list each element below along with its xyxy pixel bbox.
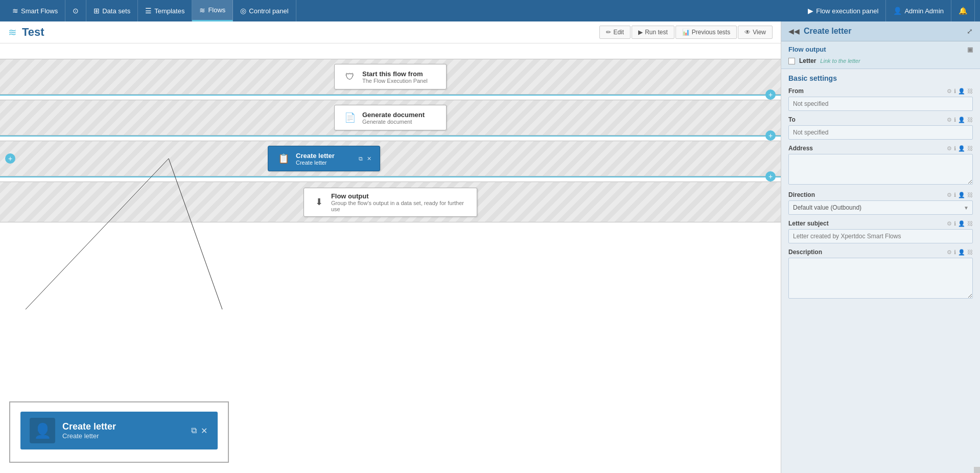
from-user-icon[interactable]: 👤 bbox=[958, 88, 965, 95]
create-letter-icon: 📋 bbox=[275, 150, 292, 167]
output-subtitle: Group the flow's output in a data set, r… bbox=[331, 200, 470, 212]
desc-chain-icon[interactable]: ⛓ bbox=[967, 249, 973, 256]
letter-checkbox[interactable] bbox=[788, 58, 795, 64]
flow-step-generate: 📄 Generate document Generate document bbox=[0, 100, 781, 136]
preview-copy-button[interactable]: ⧉ bbox=[190, 425, 198, 436]
from-chain-icon[interactable]: ⛓ bbox=[967, 88, 973, 95]
direction-select[interactable]: Default value (Outbound) Inbound Outboun… bbox=[788, 200, 973, 215]
to-input[interactable] bbox=[788, 125, 973, 140]
basic-settings-title: Basic settings bbox=[788, 74, 973, 82]
generate-icon: 📄 bbox=[342, 109, 358, 126]
address-field-icons: ⚙ ℹ 👤 ⛓ bbox=[947, 145, 973, 152]
edit-button[interactable]: ✏ Edit bbox=[599, 26, 631, 39]
create-letter-title: Create letter bbox=[296, 152, 335, 160]
nav-history[interactable]: ⊙ bbox=[65, 0, 86, 21]
from-input[interactable] bbox=[788, 97, 973, 111]
history-icon: ⊙ bbox=[73, 7, 79, 15]
nav-datasets[interactable]: ⊞ Data sets bbox=[86, 0, 138, 21]
view-button[interactable]: 👁 View bbox=[738, 26, 773, 39]
preview-node-icon: 👤 bbox=[30, 418, 55, 443]
to-user-icon[interactable]: 👤 bbox=[958, 117, 965, 123]
start-node[interactable]: 🛡 Start this flow from The Flow Executio… bbox=[334, 64, 447, 89]
panel-expand-button[interactable]: ⤢ bbox=[967, 27, 973, 35]
from-settings-icon[interactable]: ⚙ bbox=[947, 88, 952, 95]
subject-info-icon[interactable]: ℹ bbox=[954, 220, 956, 227]
preview-close-button[interactable]: ✕ bbox=[200, 425, 208, 437]
nav-notifications[interactable]: 🔔 bbox=[951, 0, 975, 21]
subject-user-icon[interactable]: 👤 bbox=[958, 220, 965, 227]
direction-info-icon[interactable]: ℹ bbox=[954, 192, 956, 198]
flow-step-output: ⬇ Flow output Group the flow's output in… bbox=[0, 182, 781, 222]
flow-output-section-title: Flow output bbox=[788, 46, 826, 53]
direction-select-wrap: Default value (Outbound) Inbound Outboun… bbox=[788, 200, 973, 215]
direction-settings-icon[interactable]: ⚙ bbox=[947, 192, 952, 198]
control-panel-icon: ◎ bbox=[240, 7, 246, 15]
letter-label: Letter bbox=[799, 57, 816, 64]
basic-settings-section: Basic settings From ⚙ ℹ 👤 ⛓ To bbox=[781, 69, 980, 310]
smart-flows-icon: ≋ bbox=[12, 7, 18, 15]
letter-link: Link to the letter bbox=[820, 58, 860, 64]
preview-actions: ⧉ ✕ bbox=[190, 425, 208, 437]
to-field-group: To ⚙ ℹ 👤 ⛓ bbox=[788, 116, 973, 140]
nav-templates[interactable]: ☰ Templates bbox=[138, 0, 192, 21]
to-chain-icon[interactable]: ⛓ bbox=[967, 117, 973, 123]
description-field-group: Description ⚙ ℹ 👤 ⛓ bbox=[788, 249, 973, 300]
view-label: View bbox=[753, 29, 766, 36]
edit-icon: ✏ bbox=[606, 29, 611, 36]
subject-chain-icon[interactable]: ⛓ bbox=[967, 220, 973, 227]
connector-line-3 bbox=[0, 176, 781, 177]
generate-title: Generate document bbox=[362, 111, 425, 119]
address-label: Address bbox=[788, 145, 813, 152]
generate-node[interactable]: 📄 Generate document Generate document bbox=[334, 105, 447, 130]
to-info-icon[interactable]: ℹ bbox=[954, 117, 956, 123]
preview-node[interactable]: 👤 Create letter Create letter ⧉ ✕ bbox=[20, 412, 218, 449]
direction-chain-icon[interactable]: ⛓ bbox=[967, 192, 973, 198]
run-test-button[interactable]: ▶ Run test bbox=[632, 26, 674, 39]
output-title: Flow output bbox=[331, 192, 470, 200]
nav-flow-execution-panel[interactable]: ▶ Flow execution panel bbox=[801, 0, 886, 21]
nav-flows[interactable]: ≋ Flows bbox=[192, 0, 233, 21]
add-step-2-button[interactable]: + bbox=[765, 130, 776, 141]
nav-flows-label: Flows bbox=[208, 6, 225, 14]
nav-datasets-label: Data sets bbox=[102, 7, 130, 15]
connector-line-1 bbox=[0, 95, 781, 96]
preview-subtitle: Create letter bbox=[62, 432, 116, 440]
copy-node-button[interactable]: ⧉ bbox=[358, 154, 364, 163]
nav-flow-execution-label: Flow execution panel bbox=[816, 7, 878, 15]
previous-tests-button[interactable]: 📊 Previous tests bbox=[675, 26, 737, 39]
run-icon: ▶ bbox=[638, 29, 643, 36]
add-step-3-button[interactable]: + bbox=[765, 171, 776, 182]
page-title: Test bbox=[22, 26, 594, 39]
address-textarea[interactable] bbox=[788, 154, 973, 185]
output-icon: ⬇ bbox=[311, 194, 327, 210]
address-chain-icon[interactable]: ⛓ bbox=[967, 145, 973, 152]
nav-control-panel[interactable]: ◎ Control panel bbox=[233, 0, 296, 21]
address-user-icon[interactable]: 👤 bbox=[958, 145, 965, 152]
add-left-button[interactable]: + bbox=[5, 153, 15, 164]
create-letter-node[interactable]: 📋 Create letter Create letter ⧉ ✕ bbox=[268, 146, 380, 171]
close-node-button[interactable]: ✕ bbox=[366, 154, 372, 163]
nav-smart-flows[interactable]: ≋ Smart Flows bbox=[5, 0, 65, 21]
desc-user-icon[interactable]: 👤 bbox=[958, 249, 965, 256]
description-textarea[interactable] bbox=[788, 258, 973, 299]
previous-tests-label: Previous tests bbox=[692, 29, 730, 36]
flow-output-section: Flow output ▣ Letter Link to the letter bbox=[781, 41, 980, 69]
nav-admin[interactable]: 👤 Admin Admin bbox=[886, 0, 951, 21]
section-minimize-button[interactable]: ▣ bbox=[967, 46, 973, 53]
direction-user-icon[interactable]: 👤 bbox=[958, 192, 965, 198]
desc-settings-icon[interactable]: ⚙ bbox=[947, 249, 952, 256]
add-step-1-button[interactable]: + bbox=[765, 89, 776, 100]
panel-collapse-button[interactable]: ◀◀ bbox=[788, 27, 800, 35]
subject-settings-icon[interactable]: ⚙ bbox=[947, 220, 952, 227]
desc-info-icon[interactable]: ℹ bbox=[954, 249, 956, 256]
top-navigation: ≋ Smart Flows ⊙ ⊞ Data sets ☰ Templates … bbox=[0, 0, 980, 21]
main-layout: ≋ Test ✏ Edit ▶ Run test 📊 Previous test… bbox=[0, 21, 980, 473]
flow-output-node[interactable]: ⬇ Flow output Group the flow's output in… bbox=[304, 188, 477, 217]
to-settings-icon[interactable]: ⚙ bbox=[947, 117, 952, 123]
address-info-icon[interactable]: ℹ bbox=[954, 145, 956, 152]
nav-templates-label: Templates bbox=[154, 7, 184, 15]
address-settings-icon[interactable]: ⚙ bbox=[947, 145, 952, 152]
from-info-icon[interactable]: ℹ bbox=[954, 88, 956, 95]
letter-subject-input[interactable] bbox=[788, 229, 973, 243]
nav-admin-label: Admin Admin bbox=[904, 7, 944, 15]
